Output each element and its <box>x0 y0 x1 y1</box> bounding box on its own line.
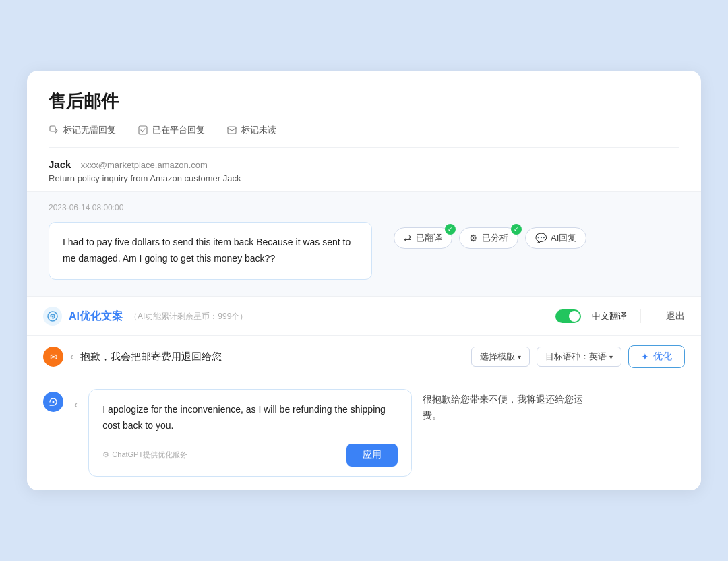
message-bubble: I had to pay five dollars to send this i… <box>49 222 372 280</box>
ai-input-controls: 选择模版 ▾ 目标语种：英语 ▾ ✦ 优化 <box>471 345 685 368</box>
ai-title: AI优化文案 <box>69 309 123 324</box>
ai-reply-button[interactable]: 💬 AI回复 <box>525 227 586 249</box>
svg-point-4 <box>52 316 54 318</box>
lang-chevron-icon: ▾ <box>609 353 613 361</box>
svg-rect-0 <box>50 126 55 131</box>
sender-email: xxxx@marketplace.amazon.com <box>81 160 208 170</box>
message-content-row: I had to pay five dollars to send this i… <box>49 222 679 280</box>
svg-rect-1 <box>139 126 147 134</box>
action-bar: 标记无需回复 已在平台回复 标记未读 <box>49 124 679 148</box>
mail-icon <box>226 125 237 136</box>
optimize-label: 优化 <box>653 351 672 363</box>
email-subject: Return policy inquiry from Amazon custom… <box>49 173 679 183</box>
analyze-check: ✓ <box>511 224 522 235</box>
action-mark-unread[interactable]: 标记未读 <box>226 124 276 136</box>
analyze-icon: ⚙ <box>469 233 478 243</box>
analyze-label: 已分析 <box>482 232 508 244</box>
ai-header: AI优化文案 （AI功能累计剩余星币：999个） 中文翻译 退出 <box>27 297 701 336</box>
ai-result-footer: ⚙ ChatGPT提供优化服务 应用 <box>102 444 398 467</box>
main-card: 售后邮件 标记无需回复 已在平台回复 标记未读 <box>27 71 701 490</box>
top-section: 售后邮件 标记无需回复 已在平台回复 标记未读 <box>27 71 701 148</box>
ai-header-right: 中文翻译 退出 <box>555 309 685 323</box>
tag-icon <box>49 125 59 136</box>
select-model-label: 选择模版 <box>480 351 515 363</box>
action-no-reply[interactable]: 标记无需回复 <box>49 124 116 136</box>
header-divider <box>640 309 641 323</box>
translate-button[interactable]: ⇄ 已翻译 ✓ <box>394 227 452 249</box>
ai-result-area: ‹ I apologize for the inconvenience, as … <box>27 378 701 490</box>
translation-toggle[interactable] <box>555 309 581 323</box>
target-lang-button[interactable]: 目标语种：英语 ▾ <box>537 347 621 367</box>
ai-translation: 很抱歉给您带来不便，我将退还给您运费。 <box>423 389 598 424</box>
svg-rect-2 <box>228 127 236 134</box>
ai-input-area: ✉ ‹ 选择模版 ▾ 目标语种：英语 ▾ ✦ 优化 <box>27 336 701 378</box>
ai-section: AI优化文案 （AI功能累计剩余星币：999个） 中文翻译 退出 ✉ ‹ 选择模… <box>27 296 701 490</box>
action-platform-replied[interactable]: 已在平台回复 <box>138 124 205 136</box>
sender-name: Jack <box>49 158 71 170</box>
result-chevron-icon: ‹ <box>74 398 78 411</box>
ai-result-bubble: I apologize for the inconvenience, as I … <box>88 389 412 477</box>
chatgpt-label: ⚙ ChatGPT提供优化服务 <box>102 450 187 460</box>
svg-point-5 <box>53 401 55 403</box>
email-sender-row: Jack xxxx@marketplace.amazon.com Return … <box>27 148 701 192</box>
ai-logo-icon <box>43 307 62 326</box>
message-actions: ⇄ 已翻译 ✓ ⚙ 已分析 ✓ 💬 AI回复 <box>394 222 586 249</box>
translate-label: 已翻译 <box>416 232 442 244</box>
optimize-button[interactable]: ✦ 优化 <box>628 345 685 368</box>
toggle-label: 中文翻译 <box>592 310 627 322</box>
page-title: 售后邮件 <box>49 90 679 113</box>
analyze-button[interactable]: ⚙ 已分析 ✓ <box>459 227 518 249</box>
ai-reply-icon: 💬 <box>535 233 547 243</box>
email-orange-icon: ✉ <box>43 347 63 367</box>
apply-button[interactable]: 应用 <box>346 444 398 467</box>
ai-sparkle-icon: ✦ <box>641 351 649 362</box>
message-area: 2023-06-14 08:00:00 I had to pay five do… <box>27 192 701 296</box>
ai-subtitle: （AI功能累计剩余星币：999个） <box>129 311 247 322</box>
exit-button[interactable]: 退出 <box>655 310 685 322</box>
target-lang-label: 目标语种：英语 <box>545 351 607 363</box>
ai-text-input[interactable] <box>80 351 464 363</box>
chatgpt-icon: ⚙ <box>102 450 109 459</box>
ai-reply-label: AI回复 <box>551 232 576 244</box>
chevron-down-icon: ▾ <box>518 353 521 361</box>
message-date: 2023-06-14 08:00:00 <box>49 203 679 212</box>
ai-result-text: I apologize for the inconvenience, as I … <box>102 402 398 434</box>
input-chevron-icon: ‹ <box>70 351 73 363</box>
translate-check: ✓ <box>445 224 456 235</box>
select-model-button[interactable]: 选择模版 ▾ <box>471 347 530 367</box>
ai-result-icon <box>43 392 63 412</box>
check-square-icon <box>138 125 148 136</box>
translate-icon: ⇄ <box>404 233 412 243</box>
